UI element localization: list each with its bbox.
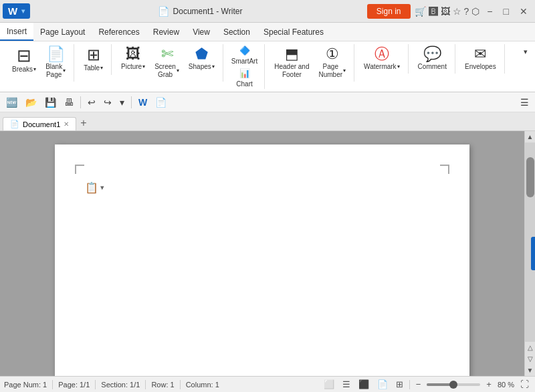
smartart-label: SmartArt (231, 58, 257, 65)
status-layout-btn-5[interactable]: ⊞ (394, 379, 405, 390)
title-extra-icons: 🛒 🅱 🖼 ☆ ? ⬡ (415, 6, 480, 17)
undo-button[interactable]: ↩ (84, 95, 99, 110)
smartart-icon: 🔷 (239, 45, 250, 56)
comment-icon: 💬 (423, 47, 441, 62)
fullscreen-button[interactable]: ⛶ (518, 379, 531, 390)
ribbon-group-comment: 💬 Comment (410, 44, 455, 74)
tab-doc-icon: 📄 (10, 120, 19, 128)
table-button[interactable]: ⊞ Table▾ (80, 44, 107, 75)
picture-icon: 🖼 (126, 47, 140, 62)
status-bar: Page Num: 1 Page: 1/1 Section: 1/1 Row: … (0, 376, 535, 392)
document-area: 📋 ▾ ▲ △ ▽ ▼ (0, 131, 535, 376)
comment-label: Comment (418, 63, 447, 71)
zoom-slider[interactable] (427, 383, 480, 386)
status-layout-btn-4[interactable]: 📄 (375, 379, 390, 390)
table-label: Table▾ (84, 64, 103, 72)
document-page: 📋 ▾ (55, 144, 469, 376)
watermark-button[interactable]: Ⓐ Watermark▾ (360, 44, 404, 74)
vertical-scrollbar[interactable]: ▲ △ ▽ ▼ (524, 131, 535, 376)
breaks-button[interactable]: ⊟ Breaks▾ (8, 44, 40, 76)
quick-access-toolbar: 🆕 📂 💾 🖶 ↩ ↪ ▾ W 📄 ☰ (0, 92, 535, 112)
title-bar: W ▾ 📄 Document1 - Writer Sign in 🛒 🅱 🖼 ☆… (0, 0, 535, 23)
status-sep-4 (180, 380, 181, 389)
header-footer-label: Header andFooter (274, 63, 309, 79)
blank-page-label: BlankPage▾ (45, 63, 66, 79)
envelopes-button[interactable]: ✉ Envelopes (461, 44, 500, 74)
menu-item-special-features[interactable]: Special Features (257, 23, 330, 41)
scroll-down-button[interactable]: ▼ (525, 365, 535, 376)
shapes-button[interactable]: ⬟ Shapes▾ (185, 44, 219, 74)
status-page: Page: 1/1 (58, 381, 90, 389)
page-up-button[interactable]: △ (525, 342, 535, 353)
page-number-icon: ① (326, 47, 339, 62)
tab-close-button[interactable]: ✕ (64, 120, 69, 128)
scroll-indicator (531, 237, 535, 270)
corner-mark-tl (75, 165, 84, 174)
minimize-button[interactable]: − (482, 5, 497, 18)
print-button[interactable]: 🖶 (61, 95, 77, 110)
smartart-button[interactable]: 🔷 SmartArt (229, 44, 260, 66)
header-footer-button[interactable]: ⬒ Header andFooter (270, 44, 313, 82)
ribbon-group-smartart: 🔷 SmartArt 📊 Chart (225, 44, 265, 89)
status-column: Column: 1 (186, 381, 219, 389)
status-sep-1 (52, 380, 53, 389)
title-text: 📄 Document1 - Writer (33, 6, 367, 17)
screen-grab-icon: ✄ (161, 47, 173, 62)
ribbon-group-table: ⊞ Table▾ (76, 44, 112, 75)
zoom-in-button[interactable]: + (484, 379, 494, 390)
picture-button[interactable]: 🖼 Picture▾ (117, 44, 149, 74)
open-button[interactable]: 📂 (22, 95, 40, 110)
menu-item-references[interactable]: References (92, 23, 146, 41)
page-down-button[interactable]: ▽ (525, 353, 535, 365)
ribbon-group-header-footer: ⬒ Header andFooter ① PageNumber▾ (266, 44, 354, 82)
menu-item-page-layout[interactable]: Page Layout (33, 23, 92, 41)
zoom-level: 80 % (498, 381, 514, 389)
chart-icon: 📊 (239, 68, 250, 78)
scroll-up-button[interactable]: ▲ (525, 131, 535, 142)
app-logo[interactable]: W ▾ (3, 3, 30, 19)
screen-grab-button[interactable]: ✄ ScreenGrab▾ (150, 44, 183, 82)
corner-mark-tr (440, 165, 449, 174)
chart-button[interactable]: 📊 Chart (229, 67, 260, 89)
toolbar-panel-button[interactable]: ☰ (517, 95, 532, 110)
comment-button[interactable]: 💬 Comment (414, 44, 451, 74)
redo-button[interactable]: ↪ (100, 95, 115, 110)
close-button[interactable]: ✕ (515, 5, 532, 18)
breaks-label: Breaks▾ (12, 66, 36, 74)
doc-icon: 📄 (158, 6, 169, 17)
menu-item-review[interactable]: Review (146, 23, 186, 41)
blank-page-icon: 📄 (47, 47, 65, 62)
toolbar-separator-2 (131, 96, 132, 108)
document-tab-0[interactable]: 📄 Document1 ✕ (3, 117, 76, 130)
tab-label: Document1 (23, 120, 60, 128)
status-sep-zoom (409, 380, 410, 389)
status-layout-btn-3[interactable]: ⬛ (356, 379, 371, 390)
new-button[interactable]: 🆕 (3, 95, 21, 110)
shapes-label: Shapes▾ (189, 63, 215, 71)
status-layout-btn-1[interactable]: ⬜ (322, 379, 336, 390)
menu-item-view[interactable]: View (186, 23, 217, 41)
page-number-button[interactable]: ① PageNumber▾ (315, 44, 350, 82)
breaks-icon: ⊟ (17, 47, 31, 64)
doc-icon-button[interactable]: 📄 (152, 95, 170, 110)
sign-in-button[interactable]: Sign in (367, 4, 411, 19)
scroll-thumb[interactable] (526, 157, 534, 197)
watermark-label: Watermark▾ (364, 63, 400, 71)
toolbar-separator-1 (80, 96, 81, 108)
document-container[interactable]: 📋 ▾ (0, 131, 524, 376)
ribbon-more-button[interactable]: ▾ (520, 45, 531, 58)
chart-label: Chart (236, 80, 252, 88)
maximize-button[interactable]: □ (499, 5, 514, 18)
menu-item-insert[interactable]: Insert (0, 23, 33, 41)
writer-icon-button[interactable]: W (135, 95, 150, 110)
toolbar-more-button[interactable]: ▾ (116, 95, 128, 110)
status-layout-btn-2[interactable]: ☰ (340, 379, 352, 390)
blank-page-button[interactable]: 📄 BlankPage▾ (41, 44, 70, 82)
menu-item-section[interactable]: Section (217, 23, 257, 41)
zoom-out-button[interactable]: − (414, 379, 423, 390)
zoom-slider-thumb[interactable] (449, 381, 457, 389)
save-button[interactable]: 💾 (41, 95, 60, 110)
add-tab-button[interactable]: + (76, 116, 90, 130)
ribbon-group-watermark: Ⓐ Watermark▾ (356, 44, 409, 74)
page-number-label: PageNumber▾ (319, 63, 346, 79)
